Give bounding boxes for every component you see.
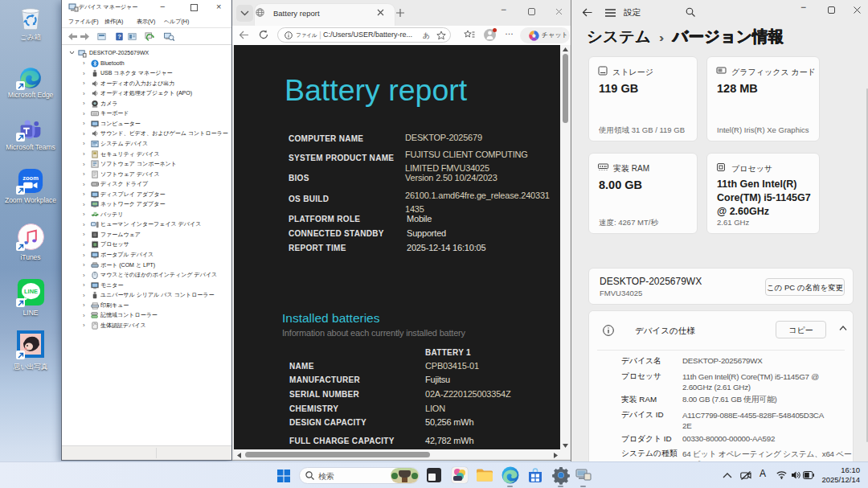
svg-text:zoom: zoom <box>23 174 39 182</box>
svg-text:?: ? <box>117 33 121 40</box>
svg-text:LINE: LINE <box>24 288 38 295</box>
